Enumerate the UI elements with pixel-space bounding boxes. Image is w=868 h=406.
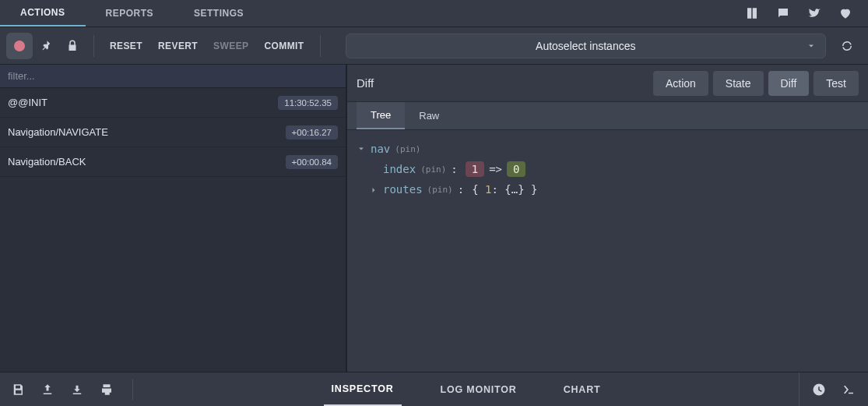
action-row[interactable]: @@INIT 11:30:52.35 xyxy=(0,88,346,118)
sync-button[interactable] xyxy=(834,33,860,59)
revert-button[interactable]: REVERT xyxy=(150,33,206,59)
collapse-icon xyxy=(369,185,378,195)
twitter-icon[interactable] xyxy=(807,6,821,20)
seg-state[interactable]: State xyxy=(713,71,764,96)
tree-node-routes[interactable]: routes (pin): { 1: {…} } xyxy=(357,180,859,199)
heart-icon[interactable] xyxy=(838,6,852,20)
tab-actions[interactable]: ACTIONS xyxy=(0,0,86,26)
bottom-tab-chart[interactable]: CHART xyxy=(556,374,609,405)
topbar-spacer xyxy=(264,0,745,26)
action-list: @@INIT 11:30:52.35 Navigation/NAVIGATE +… xyxy=(0,88,346,372)
pin-label[interactable]: (pin) xyxy=(395,144,420,154)
chevron-down-icon xyxy=(807,41,816,51)
bottom-tab-inspector[interactable]: INSPECTOR xyxy=(324,373,402,406)
subtab-tree[interactable]: Tree xyxy=(357,102,405,129)
subtab-raw[interactable]: Raw xyxy=(405,102,453,129)
panel-title: Diff xyxy=(357,76,653,90)
seg-diff[interactable]: Diff xyxy=(768,71,810,96)
toolbar-separator-2 xyxy=(320,35,321,57)
action-time: +00:16.27 xyxy=(286,125,338,139)
filter-input[interactable] xyxy=(0,65,346,88)
seg-test[interactable]: Test xyxy=(814,71,859,96)
bottom-tab-log[interactable]: LOG MONITOR xyxy=(433,374,525,405)
action-time: +00:00.84 xyxy=(286,155,338,169)
instance-selector[interactable]: Autoselect instances xyxy=(346,34,827,58)
tab-settings[interactable]: SETTINGS xyxy=(174,0,264,26)
action-name: @@INIT xyxy=(8,97,278,108)
console-icon[interactable] xyxy=(842,383,856,397)
action-row[interactable]: Navigation/BACK +00:00.84 xyxy=(0,147,346,177)
tree-key: nav xyxy=(371,143,390,155)
pin-label[interactable]: (pin) xyxy=(427,185,453,195)
action-name: Navigation/BACK xyxy=(8,156,286,168)
pin-button[interactable] xyxy=(33,33,59,59)
toolbar-separator xyxy=(93,35,94,57)
save-icon[interactable] xyxy=(11,383,25,397)
action-name: Navigation/NAVIGATE xyxy=(8,126,286,138)
record-button[interactable] xyxy=(6,33,33,59)
diff-arrow: => xyxy=(489,163,502,175)
tree-key: index xyxy=(383,163,416,175)
lock-button[interactable] xyxy=(59,33,86,59)
import-icon[interactable] xyxy=(70,383,84,397)
tree-node-nav[interactable]: nav (pin) xyxy=(357,139,859,158)
new-value: 0 xyxy=(507,161,525,177)
seg-action[interactable]: Action xyxy=(653,71,708,96)
expand-icon xyxy=(357,144,366,154)
docs-icon[interactable] xyxy=(745,6,759,20)
commit-button[interactable]: COMMIT xyxy=(256,33,311,59)
clock-icon[interactable] xyxy=(812,383,826,397)
export-icon[interactable] xyxy=(40,383,54,397)
action-row[interactable]: Navigation/NAVIGATE +00:16.27 xyxy=(0,118,346,147)
tree-node-index[interactable]: index (pin): 1 => 0 xyxy=(357,158,859,180)
old-value: 1 xyxy=(466,161,484,177)
diff-tree: nav (pin) index (pin): 1 => 0 routes (pi… xyxy=(347,130,868,372)
action-time: 11:30:52.35 xyxy=(278,96,338,110)
object-summary: { 1: {…} } xyxy=(472,183,537,196)
pin-label[interactable]: (pin) xyxy=(420,164,446,175)
tree-key: routes xyxy=(383,183,423,196)
sweep-button[interactable]: SWEEP xyxy=(206,33,256,59)
print-icon[interactable] xyxy=(100,383,114,397)
chat-icon[interactable] xyxy=(776,6,790,20)
tab-reports[interactable]: REPORTS xyxy=(86,0,174,26)
reset-button[interactable]: RESET xyxy=(102,33,150,59)
instance-selector-label: Autoselect instances xyxy=(536,40,635,52)
